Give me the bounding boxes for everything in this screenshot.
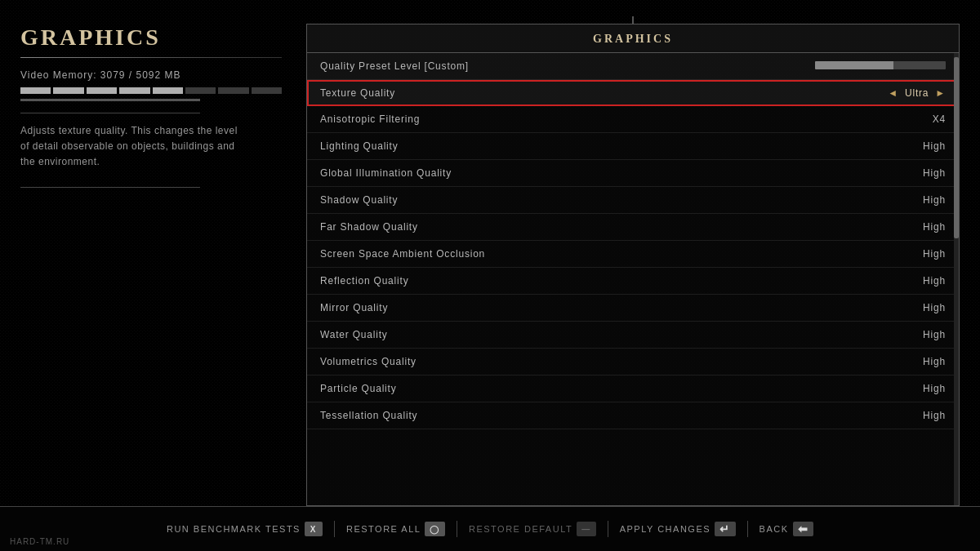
watermark: HARD-TM.RU [10,537,69,546]
apply-changes-key: ↵ [715,522,736,536]
setting-value [815,60,946,72]
scrollbar-thumb[interactable] [954,57,959,238]
setting-name: Tessellation Quality [320,410,417,421]
quality-preset-slider [815,61,946,69]
memory-seg-7 [218,87,248,94]
setting-value: High [923,302,946,313]
bottom-bar: Run Benchmark Tests X Restore All ◯ Rest… [0,506,980,551]
left-arrow-icon[interactable]: ◄ [888,87,898,99]
back-label: Back [760,524,789,534]
setting-name: Shadow Quality [320,194,398,206]
setting-row[interactable]: Global Illumination QualityHigh [307,160,959,187]
setting-value: High [923,356,946,367]
separator-2 [457,521,457,537]
restore-default-label: Restore Default [469,524,572,534]
setting-name: Global Illumination Quality [320,167,452,179]
separator-1 [334,521,335,537]
description-text: Adjusts texture quality. This changes th… [20,123,249,171]
left-panel: Graphics Video Memory: 3079 / 5092 MB [20,16,282,506]
setting-row[interactable]: Far Shadow QualityHigh [307,214,959,241]
setting-value: High [923,329,946,340]
right-arrow-icon[interactable]: ► [935,87,946,99]
setting-name: Reflection Quality [320,275,408,287]
memory-seg-5 [153,87,183,94]
setting-value: High [923,410,946,421]
right-panel-header: Graphics [307,24,959,53]
setting-row[interactable]: Reflection QualityHigh [307,268,959,295]
run-benchmark-key: X [305,522,323,536]
setting-value: High [923,194,946,206]
memory-bar-container [20,87,282,101]
setting-row[interactable]: Tessellation QualityHigh [307,402,959,429]
setting-row[interactable]: Volumetrics QualityHigh [307,349,959,375]
video-memory-label: Video Memory: 3079 / 5092 MB [20,69,282,81]
page-title: Graphics [20,24,282,51]
apply-changes-action[interactable]: Apply Changes ↵ [620,522,736,536]
title-divider [20,57,282,58]
right-panel: Graphics Quality Preset Level [Custom]Te… [306,24,960,506]
restore-all-action[interactable]: Restore All ◯ [346,522,445,536]
memory-seg-2 [53,87,83,94]
separator-4 [747,521,748,537]
description-divider-top [20,113,200,113]
setting-row[interactable]: Quality Preset Level [Custom] [307,53,959,80]
setting-name: Mirror Quality [320,302,388,313]
apply-changes-label: Apply Changes [620,524,710,534]
memory-seg-3 [87,87,117,94]
description-divider-bottom [20,187,200,188]
settings-list: Quality Preset Level [Custom]Texture Qua… [307,53,959,429]
layout: Graphics Video Memory: 3079 / 5092 MB [0,0,980,551]
setting-name: Quality Preset Level [Custom] [320,60,469,72]
setting-name: Screen Space Ambient Occlusion [320,248,485,260]
back-action[interactable]: Back ⬅ [760,522,813,536]
setting-value: High [923,275,946,287]
setting-current-value: Ultra [905,87,929,99]
memory-seg-8 [252,87,282,94]
run-benchmark-action[interactable]: Run Benchmark Tests X [167,522,323,536]
setting-row[interactable]: Lighting QualityHigh [307,133,959,160]
setting-row[interactable]: Texture Quality◄Ultra► [307,80,959,106]
separator-3 [608,521,608,537]
main-content: Graphics Video Memory: 3079 / 5092 MB [0,0,980,506]
restore-all-label: Restore All [346,524,421,534]
setting-value: High [923,167,946,179]
setting-name: Particle Quality [320,383,397,394]
setting-name: Far Shadow Quality [320,221,418,233]
setting-row[interactable]: Particle QualityHigh [307,375,959,402]
setting-row[interactable]: Shadow QualityHigh [307,187,959,214]
memory-bar-bottom [20,99,200,101]
right-panel-wrapper: Graphics Quality Preset Level [Custom]Te… [306,16,960,506]
setting-row[interactable]: Screen Space Ambient OcclusionHigh [307,241,959,268]
setting-value: High [923,248,946,260]
memory-bar [20,87,282,94]
back-key: ⬅ [793,522,814,536]
setting-name: Texture Quality [320,87,395,99]
run-benchmark-label: Run Benchmark Tests [167,524,301,534]
restore-default-action[interactable]: Restore Default — [469,522,596,536]
restore-default-key: — [577,522,596,536]
setting-value: High [923,383,946,394]
setting-row[interactable]: Water QualityHigh [307,322,959,349]
setting-name: Anisotropic Filtering [320,113,420,125]
setting-value: ◄Ultra► [888,87,946,99]
right-panel-title: Graphics [593,33,673,45]
setting-value: High [923,140,946,152]
setting-value: High [923,221,946,233]
memory-seg-1 [20,87,51,94]
setting-name: Water Quality [320,329,388,340]
restore-all-key: ◯ [425,522,445,536]
scrollbar[interactable] [954,53,959,505]
setting-row[interactable]: Mirror QualityHigh [307,295,959,322]
memory-seg-4 [119,87,149,94]
settings-list-wrapper: Quality Preset Level [Custom]Texture Qua… [307,53,959,505]
setting-row[interactable]: Anisotropic FilteringX4 [307,106,959,133]
setting-value: X4 [933,113,946,125]
setting-name: Lighting Quality [320,140,399,152]
setting-name: Volumetrics Quality [320,356,416,367]
memory-seg-6 [185,87,216,94]
